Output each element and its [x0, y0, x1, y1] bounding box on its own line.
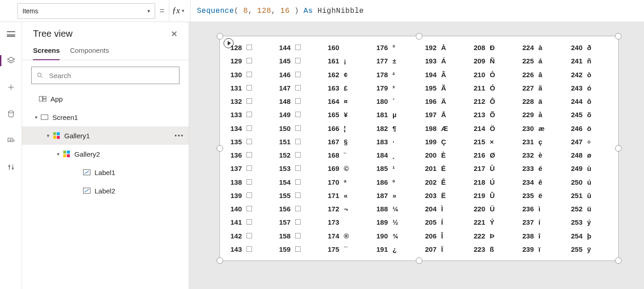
chevron-down-icon: ▾: [182, 8, 185, 14]
svg-rect-14: [67, 151, 70, 153]
char-code: 220: [470, 205, 485, 213]
table-row: 145: [273, 54, 322, 68]
resize-handle[interactable]: [416, 257, 422, 264]
char-glyph: ©: [344, 164, 354, 172]
resize-handle[interactable]: [217, 257, 223, 264]
svg-rect-15: [63, 154, 66, 157]
char-glyph: [295, 44, 305, 51]
table-row: 204Ì: [419, 202, 468, 215]
rail-media[interactable]: [0, 132, 22, 149]
table-row: 133: [224, 108, 273, 121]
property-dropdown[interactable]: Items ▾: [17, 3, 155, 19]
char-code: 216: [470, 151, 485, 159]
char-code: 144: [276, 44, 291, 51]
formula-token: 8: [243, 7, 248, 15]
char-glyph: ì: [538, 205, 549, 213]
fx-button[interactable]: ƒx ▾: [169, 0, 190, 22]
char-glyph: Ú: [490, 178, 500, 186]
char-glyph: [246, 178, 257, 186]
char-glyph: Ü: [490, 205, 500, 213]
table-row: 148: [273, 95, 322, 108]
resize-handle[interactable]: [217, 145, 223, 152]
selected-control[interactable]: 1281291301311321331341351361371381391401…: [219, 36, 619, 261]
char-glyph: [246, 97, 257, 105]
table-row: 224à: [516, 41, 565, 54]
table-row: 202Ê: [419, 176, 468, 189]
chevron-down-icon[interactable]: ▾: [55, 151, 62, 157]
char-glyph: [295, 218, 305, 226]
tree-item-label: Gallery1: [64, 132, 90, 140]
left-rail: [0, 22, 22, 289]
char-code: 140: [227, 205, 242, 213]
char-code: 200: [422, 151, 437, 159]
table-row: 252ü: [565, 202, 614, 215]
resize-handle[interactable]: [416, 33, 422, 40]
table-row: 210Ò: [468, 68, 516, 81]
table-row: 146: [273, 68, 322, 81]
char-code: 184: [373, 151, 388, 159]
table-row: 130: [224, 68, 273, 81]
tab-screens[interactable]: Screens: [33, 44, 60, 60]
resize-handle[interactable]: [217, 33, 223, 40]
rail-insert[interactable]: [0, 79, 22, 96]
rail-data[interactable]: [0, 106, 22, 122]
table-row: 186º: [370, 176, 419, 189]
char-glyph: ö: [587, 125, 597, 132]
rail-tools[interactable]: [0, 159, 22, 176]
char-glyph: [295, 178, 305, 186]
table-row: 128: [224, 41, 273, 54]
tree-item-gallery2[interactable]: ▾Gallery2: [22, 145, 189, 163]
formula-input[interactable]: Sequence( 8, 128, 16 ) As HighNibble: [190, 0, 644, 22]
char-glyph: ù: [587, 164, 597, 172]
table-row: 143: [224, 243, 273, 256]
canvas[interactable]: 1281291301311321331341351361371381391401…: [189, 22, 644, 289]
search-box[interactable]: [31, 67, 179, 84]
table-row: 223ß: [468, 243, 516, 256]
tree-list: App▾Screen1▾Gallery1•••▾Gallery2Label1La…: [22, 90, 189, 200]
rail-tree-view[interactable]: [0, 52, 22, 69]
formula-token: (: [234, 7, 243, 15]
tree-item-gallery1[interactable]: ▾Gallery1•••: [22, 126, 189, 145]
tree-item-label1[interactable]: Label1: [22, 163, 189, 181]
char-glyph: [246, 164, 257, 172]
tree-item-screen1[interactable]: ▾Screen1: [22, 108, 189, 126]
tree-item-label2[interactable]: Label2: [22, 181, 189, 200]
char-code: 172: [325, 205, 339, 213]
char-glyph: [246, 151, 257, 159]
gallery-column: 1281291301311321331341351361371381391401…: [224, 41, 273, 256]
search-input[interactable]: [48, 71, 174, 80]
char-glyph: ¡: [344, 57, 354, 65]
rail-hamburger[interactable]: [0, 26, 22, 42]
char-code: 133: [227, 111, 242, 119]
char-code: 197: [422, 111, 437, 119]
table-row: 138: [224, 176, 273, 189]
char-glyph: Û: [490, 192, 500, 199]
char-glyph: Ù: [490, 164, 500, 172]
tree-item-app[interactable]: App: [22, 90, 189, 108]
char-code: 128: [227, 44, 242, 51]
svg-point-0: [8, 111, 13, 113]
more-icon[interactable]: •••: [174, 132, 184, 139]
formula-token: 128: [257, 7, 271, 15]
resize-handle[interactable]: [615, 257, 622, 264]
char-glyph: æ: [538, 125, 549, 132]
svg-rect-16: [67, 154, 70, 157]
chevron-down-icon[interactable]: ▾: [33, 114, 39, 120]
char-glyph: á: [538, 57, 549, 65]
char-glyph: þ: [587, 232, 597, 240]
table-row: 165¥: [322, 108, 370, 121]
resize-handle[interactable]: [615, 33, 622, 40]
char-glyph: ½: [392, 218, 403, 226]
char-code: 154: [276, 178, 291, 186]
resize-handle[interactable]: [615, 145, 622, 152]
formula-token: ): [290, 7, 303, 15]
char-code: 171: [325, 192, 339, 199]
char-code: 161: [325, 57, 339, 65]
table-row: 230æ: [516, 122, 565, 135]
table-row: 244ô: [565, 95, 614, 108]
table-row: 201É: [419, 162, 468, 175]
tab-components[interactable]: Components: [70, 44, 109, 60]
chevron-down-icon[interactable]: ▾: [45, 133, 51, 139]
table-row: 150: [273, 122, 322, 135]
close-icon[interactable]: ✕: [171, 29, 178, 39]
